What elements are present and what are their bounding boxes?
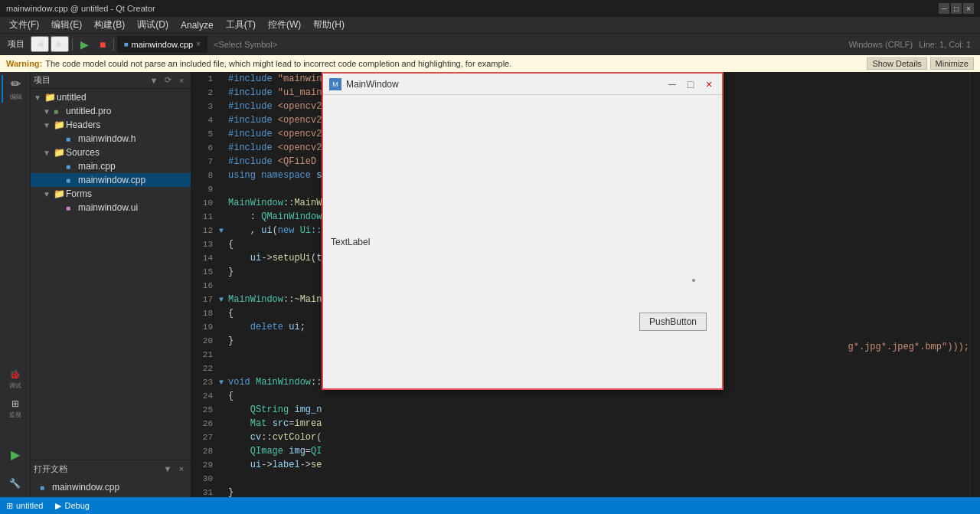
sidebar-item-forms[interactable]: ▼ 📁 Forms (31, 187, 191, 201)
toolbar-run-button[interactable]: ▶ (76, 37, 93, 52)
main-layout: ✏ 编辑 🐞 调试 ⊞ 监视 ▶ 🔧 项目 ▼ ⟳ × (0, 72, 980, 497)
warning-bar: Warning: The code model could not parse … (0, 55, 980, 72)
forms-folder-icon: 📁 (54, 188, 64, 199)
code-line-24: 24 { (191, 389, 969, 403)
arrow-icon: ▼ (43, 121, 52, 129)
sidebar: 项目 ▼ ⟳ × ▼ 📁 untitled ▼ ■ untitled.pro (31, 72, 191, 497)
sidebar-item-headers[interactable]: ▼ 📁 Headers (31, 118, 191, 132)
left-icon-monitor[interactable]: ⊞ 监视 (2, 395, 29, 422)
left-icon-edit[interactable]: ✏ 编辑 (2, 75, 29, 103)
line-ending-indicator: Windows (CRLF) (848, 40, 913, 49)
forms-label: Forms (66, 188, 92, 199)
sidebar-bottom: 打开文档 ▼ × ■ mainwindow.cpp (31, 460, 191, 497)
edit-label: 编辑 (10, 93, 22, 101)
code-line-27: 27 cv::cvtColor( (191, 431, 969, 444)
sidebar-sync-button[interactable]: ⟳ (162, 74, 174, 87)
preview-window: M MainWindow ─ □ × TextLabel PushButton (322, 72, 724, 390)
sidebar-close-button[interactable]: × (175, 74, 188, 87)
toolbar-separator2 (113, 38, 114, 51)
open-doc-icon: ■ (40, 483, 51, 492)
sidebar-item-main-cpp[interactable]: ■ main.cpp (31, 159, 191, 173)
tab-filename: mainwindow.cpp (132, 40, 194, 49)
status-project-label: untitled (16, 501, 43, 510)
push-button[interactable]: PushButton (639, 313, 707, 331)
menu-edit[interactable]: 编辑(E) (45, 17, 88, 33)
pro-icon: ■ (54, 107, 64, 116)
preview-title: MainWindow (346, 79, 661, 90)
main-cpp-label: main.cpp (78, 161, 116, 172)
code-line-31: 31 } (191, 486, 969, 497)
code-line-30: 30 (191, 472, 969, 486)
open-doc-label: mainwindow.cpp (52, 482, 119, 493)
minimize-button[interactable]: ─ (939, 3, 949, 14)
debug-icon: 🐞 (9, 369, 21, 380)
sidebar-item-sources[interactable]: ▼ 📁 Sources (31, 146, 191, 159)
right-margin (969, 72, 980, 497)
menu-debug[interactable]: 调试(D) (131, 17, 175, 33)
minimize-warning-button[interactable]: Minimize (930, 57, 974, 70)
tab-mainwindow-cpp[interactable]: ■ mainwindow.cpp × (117, 36, 207, 53)
title-bar-controls: ─ □ × (939, 3, 974, 14)
preview-minimize-button[interactable]: ─ (665, 77, 679, 91)
tab-close-button[interactable]: × (196, 40, 201, 48)
left-icon-tools[interactable]: 🔧 (2, 470, 29, 497)
sidebar-item-mainwindow-h[interactable]: ■ mainwindow.h (31, 132, 191, 146)
sidebar-filter-button[interactable]: ▼ (148, 74, 160, 87)
symbol-selector[interactable]: <Select Symbol> (207, 40, 847, 49)
code-line-26: 26 Mat src=imrea (191, 417, 969, 431)
header-icon: ■ (66, 135, 77, 143)
project-icon: 📁 (44, 92, 55, 103)
open-docs-content: ■ mainwindow.cpp (31, 477, 191, 497)
source-icon2: ■ (66, 176, 77, 185)
sidebar-item-mainwindow-ui[interactable]: ■ mainwindow.ui (31, 201, 191, 214)
left-icon-debug[interactable]: 🐞 调试 (2, 365, 29, 393)
toolbar-stop-button[interactable]: ■ (95, 37, 110, 52)
tab-right-info: Windows (CRLF) Line: 1, Col: 1 (848, 40, 977, 49)
sidebar-item-mainwindow-cpp[interactable]: ■ mainwindow.cpp (31, 173, 191, 187)
toolbar-back-button[interactable]: ◀ (31, 36, 49, 52)
open-docs-filter-button[interactable]: ▼ (162, 463, 174, 475)
menu-help[interactable]: 帮助(H) (307, 17, 351, 33)
window-title: mainwindow.cpp @ untitled - Qt Creator (6, 4, 155, 13)
preview-content: TextLabel PushButton (323, 95, 722, 388)
maximize-button[interactable]: □ (951, 3, 962, 14)
warning-text: The code model could not parse an includ… (45, 59, 864, 68)
mainwindow-cpp-label: mainwindow.cpp (78, 175, 145, 185)
edit-icon: ✏ (11, 77, 21, 91)
arrow-icon: ▼ (43, 149, 52, 157)
preview-maximize-button[interactable]: □ (684, 77, 697, 91)
open-doc-item[interactable]: ■ mainwindow.cpp (37, 480, 185, 494)
preview-title-bar: M MainWindow ─ □ × (323, 74, 722, 95)
tab-icon: ■ (123, 40, 128, 48)
ui-icon: ■ (66, 204, 77, 212)
show-details-button[interactable]: Show Details (867, 57, 926, 70)
left-icon-panel: ✏ 编辑 🐞 调试 ⊞ 监视 ▶ 🔧 (0, 72, 31, 497)
status-bar: ⊞ untitled ▶ Debug (0, 497, 980, 514)
menu-build[interactable]: 构建(B) (88, 17, 131, 33)
sidebar-item-untitled[interactable]: ▼ 📁 untitled (31, 90, 191, 104)
toolbar-project-label: 项目 (3, 37, 29, 51)
pro-label: untitled.pro (66, 106, 111, 116)
ui-label: mainwindow.ui (78, 202, 138, 213)
close-button[interactable]: × (963, 3, 974, 14)
menu-tools[interactable]: 工具(T) (220, 17, 262, 33)
headers-label: Headers (66, 119, 100, 130)
toolbar-forward-button[interactable]: ▶ (51, 36, 69, 52)
preview-close-button[interactable]: × (702, 77, 716, 91)
folder-icon: 📁 (54, 119, 64, 130)
sidebar-item-untitled-pro[interactable]: ▼ ■ untitled.pro (31, 104, 191, 118)
arrow-icon: ▼ (43, 190, 52, 198)
sidebar-header-right: ▼ ⟳ × (148, 74, 188, 87)
title-bar: mainwindow.cpp @ untitled - Qt Creator ─… (0, 0, 980, 17)
menu-analyze[interactable]: Analyze (175, 18, 220, 32)
open-docs-close-button[interactable]: × (175, 463, 188, 475)
left-icon-run[interactable]: ▶ (2, 440, 29, 468)
folder-icon2: 📁 (54, 147, 64, 158)
menu-file[interactable]: 文件(F) (3, 17, 45, 33)
open-docs-title: 打开文档 (34, 463, 67, 475)
toolbar: 项目 ◀ ▶ ▶ ■ ■ mainwindow.cpp × <Select Sy… (0, 34, 980, 55)
status-project-icon: ⊞ (6, 501, 13, 511)
menu-controls[interactable]: 控件(W) (262, 17, 307, 33)
arrow-icon: ▼ (43, 107, 52, 116)
status-debug-label: Debug (64, 501, 89, 510)
